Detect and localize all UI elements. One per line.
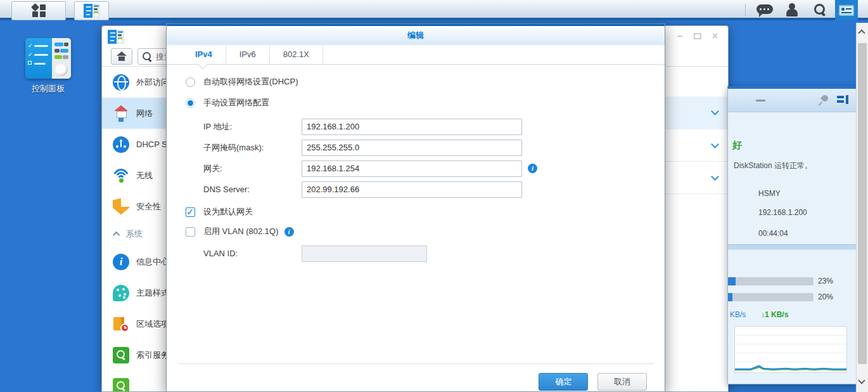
scrollbar-thumb[interactable] <box>858 43 867 364</box>
sidebar-item-label: 无线 <box>136 170 153 181</box>
field-label: 网关: <box>203 163 302 174</box>
radio-manual[interactable]: 手动设置网络配置 <box>186 97 665 108</box>
search-icon <box>143 52 153 62</box>
pin-icon[interactable] <box>818 95 829 106</box>
traffic-sparkline <box>735 327 846 372</box>
chevron-down-icon[interactable] <box>711 173 719 181</box>
ram-usage-percent: 20% <box>818 292 833 301</box>
field-dns-server: DNS Server: <box>203 181 665 198</box>
scroll-down-icon[interactable] <box>858 377 865 384</box>
ram-usage-bar <box>727 293 814 301</box>
dialog-tabs: IPv4 IPv6 802.1X <box>167 45 665 65</box>
system-health-widget-panel: 好 DiskStation 运转正常。 HSMY 192.168.1.200 0… <box>727 86 857 384</box>
cancel-button[interactable]: 取消 <box>597 373 647 391</box>
theme-icon <box>113 285 129 301</box>
main-menu-button[interactable] <box>11 1 66 20</box>
shield-icon <box>113 199 129 215</box>
taskbar <box>0 0 868 20</box>
home-icon <box>117 51 127 62</box>
info-icon[interactable]: i <box>528 164 537 173</box>
globe-icon <box>113 74 129 91</box>
health-message: DiskStation 运转正常。 <box>734 160 812 171</box>
download-speed: ↓1 KB/s <box>761 310 788 319</box>
uptime-value: 00:44:04 <box>758 229 788 238</box>
user-icon[interactable] <box>786 3 798 17</box>
field-label: DNS Server: <box>203 185 302 194</box>
info-icon: i <box>113 254 129 270</box>
server-name-value: HSMY <box>758 189 781 198</box>
radio-dhcp[interactable]: 自动取得网络设置(DHCP) <box>186 76 665 88</box>
region-icon <box>113 316 129 332</box>
partial-icon <box>113 378 129 392</box>
desktop-shortcut-control-panel[interactable]: ✓✓ 控制面板 <box>23 38 73 95</box>
control-panel-window-icon <box>108 30 124 44</box>
close-button[interactable]: × <box>712 31 718 41</box>
panel-layout-icon[interactable] <box>837 95 848 105</box>
checkbox-label: 启用 VLAN (802.1Q) <box>203 226 279 237</box>
ip-address-input[interactable] <box>302 119 522 135</box>
checkbox-checked[interactable] <box>186 207 195 217</box>
sidebar-item-label: 外部访问 <box>136 77 169 88</box>
search-icon[interactable] <box>814 4 826 16</box>
taskbar-divider <box>745 4 746 16</box>
widget-divider <box>728 244 856 250</box>
upload-speed: KB/s <box>730 310 746 319</box>
chat-icon[interactable] <box>756 4 773 14</box>
tab-8021x[interactable]: 802.1X <box>270 45 323 64</box>
dialog-footer: 确定 取消 <box>178 363 653 391</box>
chevron-down-icon[interactable] <box>711 107 719 115</box>
sidebar-item-label: 安全性 <box>136 201 161 212</box>
sidebar-item-label: 区域选项 <box>136 318 169 330</box>
radio-button-unselected[interactable] <box>186 77 195 87</box>
health-status: 好 <box>732 140 742 152</box>
edit-dialog: 编辑 IPv4 IPv6 802.1X 自动取得网络设置(DHCP) 手动设置网… <box>166 23 665 392</box>
cpu-usage-bar <box>727 277 814 285</box>
vertical-scrollbar[interactable] <box>856 23 868 392</box>
control-panel-icon: ✓✓ <box>25 38 71 79</box>
radio-label: 手动设置网络配置 <box>203 97 269 108</box>
widgets-icon <box>839 5 854 16</box>
radio-button-selected[interactable] <box>186 98 195 108</box>
sidebar-item-label: 主题样式 <box>136 287 169 299</box>
sidebar-item-label: 信息中心 <box>136 256 169 268</box>
info-icon[interactable]: i <box>284 227 294 237</box>
main-menu-icon <box>31 4 46 18</box>
dialog-body: 自动取得网络设置(DHCP) 手动设置网络配置 IP 地址: 子网掩码(mask… <box>167 65 665 262</box>
chevron-down-icon[interactable] <box>711 140 719 148</box>
subnet-mask-input[interactable] <box>302 140 522 156</box>
chevron-up-icon <box>113 232 120 238</box>
network-traffic-chart <box>734 326 847 373</box>
taskbar-control-panel-button[interactable] <box>74 1 109 20</box>
sidebar-section-label: 系统 <box>126 228 143 240</box>
scroll-up-icon[interactable] <box>858 29 865 36</box>
minimize-widget-icon[interactable] <box>756 100 765 101</box>
checkbox-default-gateway[interactable]: 设为默认网关 <box>186 206 665 218</box>
ip-address-value: 192.168.1.200 <box>758 208 807 217</box>
network-icon <box>113 105 129 122</box>
sidebar-item-label: 索引服务 <box>136 350 169 361</box>
checkbox-unchecked[interactable] <box>186 227 195 237</box>
dns-server-input[interactable] <box>302 181 522 198</box>
tab-ipv6[interactable]: IPv6 <box>226 45 270 64</box>
wifi-icon <box>113 167 129 184</box>
field-subnet-mask: 子网掩码(mask): <box>203 139 665 156</box>
checkbox-label: 设为默认网关 <box>203 206 253 218</box>
home-button[interactable] <box>111 48 132 65</box>
vlan-id-input <box>302 245 427 262</box>
maximize-button[interactable] <box>694 33 701 39</box>
cpu-usage-percent: 23% <box>818 277 833 285</box>
widget-panel-header[interactable] <box>728 89 856 112</box>
minimize-button[interactable]: – <box>677 31 683 41</box>
gateway-input[interactable] <box>302 160 522 177</box>
radio-label: 自动取得网络设置(DHCP) <box>203 76 298 88</box>
dialog-title: 编辑 <box>167 26 665 45</box>
field-label: IP 地址: <box>203 121 302 133</box>
index-service-icon <box>113 347 129 363</box>
field-ip-address: IP 地址: <box>203 118 665 135</box>
ok-button[interactable]: 确定 <box>539 373 588 391</box>
control-panel-app-icon <box>84 4 100 18</box>
field-label: 子网掩码(mask): <box>203 142 302 154</box>
widgets-button[interactable] <box>835 0 858 20</box>
field-label: VLAN ID: <box>203 249 302 258</box>
checkbox-enable-vlan[interactable]: 启用 VLAN (802.1Q) i <box>186 226 665 237</box>
